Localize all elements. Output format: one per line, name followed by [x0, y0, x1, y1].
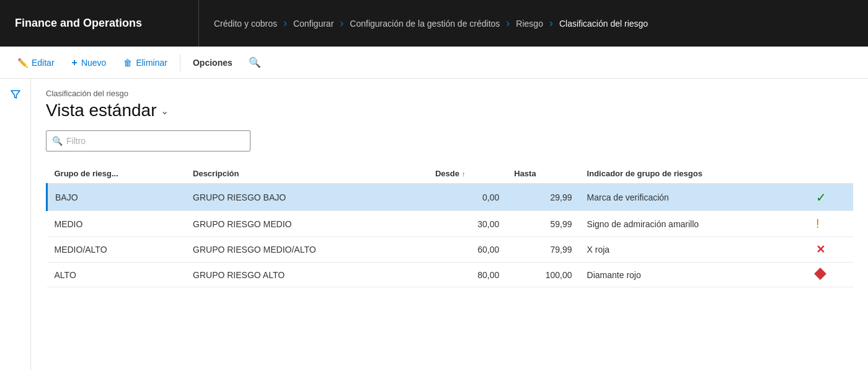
sort-icon: ↑ [462, 170, 466, 178]
col-icon-header [808, 164, 853, 184]
cell-grupo: MEDIO/ALTO [47, 237, 186, 263]
filter-input[interactable] [46, 130, 250, 151]
breadcrumb-item[interactable]: Configuración de la gestión de créditos [350, 19, 500, 29]
left-panel [0, 79, 31, 370]
cell-hasta: 79,99 [507, 237, 579, 263]
new-button[interactable]: + Nuevo [64, 53, 114, 72]
app-title-text: Finance and Operations [15, 17, 142, 30]
toolbar: ✏️ Editar + Nuevo 🗑 Eliminar Opciones 🔍 [0, 47, 868, 79]
x-icon: ✕ [816, 243, 825, 256]
breadcrumb: Crédito y cobros›Configurar›Configuració… [199, 17, 868, 30]
breadcrumb-separator: › [506, 17, 510, 30]
cell-desde: 80,00 [428, 263, 507, 287]
toolbar-divider [180, 54, 180, 71]
cell-icon: ✕ [808, 237, 853, 263]
cell-indicador: X roja [580, 237, 808, 263]
new-label: Nuevo [81, 58, 106, 68]
cell-hasta: 29,99 [507, 184, 579, 211]
cell-desde: 30,00 [428, 211, 507, 237]
page-subtitle: Clasificación del riesgo [46, 89, 853, 98]
view-chevron-icon[interactable]: ⌄ [161, 105, 169, 117]
main-panel: Clasificación del riesgo Vista estándar … [31, 79, 868, 370]
trash-icon: 🗑 [123, 58, 132, 68]
cell-descripcion: GRUPO RIESGO MEDIO/ALTO [185, 237, 428, 263]
breadcrumb-separator: › [549, 17, 553, 30]
app-title: Finance and Operations [0, 0, 199, 47]
cell-desde: 60,00 [428, 237, 507, 263]
edit-label: Editar [32, 58, 55, 68]
diamond-icon [814, 268, 826, 280]
cell-icon [808, 263, 853, 287]
page-title-text: Vista estándar [46, 101, 157, 120]
cell-descripcion: GRUPO RIESGO ALTO [185, 263, 428, 287]
filter-icon[interactable] [10, 89, 21, 370]
delete-button[interactable]: 🗑 Eliminar [116, 54, 175, 71]
table-row[interactable]: ALTOGRUPO RIESGO ALTO80,00100,00Diamante… [47, 263, 854, 287]
breadcrumb-separator: › [283, 17, 287, 30]
col-indicador: Indicador de grupo de riesgos [580, 164, 808, 184]
top-bar: Finance and Operations Crédito y cobros›… [0, 0, 868, 47]
cell-desde: 0,00 [428, 184, 507, 211]
plus-icon: + [72, 57, 78, 68]
breadcrumb-item[interactable]: Configurar [293, 19, 334, 29]
cell-descripcion: GRUPO RIESGO MEDIO [185, 211, 428, 237]
cell-hasta: 100,00 [507, 263, 579, 287]
cell-indicador: Diamante rojo [580, 263, 808, 287]
cell-icon: ! [808, 211, 853, 237]
cell-indicador: Marca de verificación [580, 184, 808, 211]
cell-descripcion: GRUPO RIESGO BAJO [185, 184, 428, 211]
breadcrumb-separator: › [340, 17, 343, 30]
cell-indicador: Signo de admiración amarillo [580, 211, 808, 237]
table-header-row: Grupo de riesg... Descripción Desde ↑ Ha… [47, 164, 854, 184]
edit-button[interactable]: ✏️ Editar [10, 54, 62, 71]
delete-label: Eliminar [136, 58, 167, 68]
data-table: Grupo de riesg... Descripción Desde ↑ Ha… [46, 164, 853, 287]
edit-icon: ✏️ [17, 58, 28, 68]
cell-grupo: MEDIO [47, 211, 186, 237]
filter-input-wrap: 🔍 [46, 130, 250, 151]
col-grupo: Grupo de riesg... [47, 164, 186, 184]
cell-grupo: ALTO [47, 263, 186, 287]
content-area: Clasificación del riesgo Vista estándar … [0, 79, 868, 370]
cell-grupo: BAJO [47, 184, 186, 211]
exclamation-icon: ! [816, 217, 820, 230]
table-row[interactable]: MEDIO/ALTOGRUPO RIESGO MEDIO/ALTO60,0079… [47, 237, 854, 263]
filter-search-icon: 🔍 [52, 136, 63, 146]
col-desde[interactable]: Desde ↑ [428, 164, 507, 184]
table-row[interactable]: MEDIOGRUPO RIESGO MEDIO30,0059,99Signo d… [47, 211, 854, 237]
options-label[interactable]: Opciones [185, 54, 240, 71]
col-descripcion: Descripción [185, 164, 428, 184]
cell-icon: ✓ [808, 184, 853, 211]
cell-hasta: 59,99 [507, 211, 579, 237]
page-title: Vista estándar ⌄ [46, 101, 853, 120]
breadcrumb-item[interactable]: Crédito y cobros [214, 19, 277, 29]
search-icon[interactable]: 🔍 [242, 53, 267, 72]
breadcrumb-item[interactable]: Riesgo [516, 19, 543, 29]
col-hasta: Hasta [507, 164, 579, 184]
checkmark-icon: ✓ [816, 191, 826, 204]
breadcrumb-item: Clasificación del riesgo [559, 19, 648, 29]
table-row[interactable]: BAJOGRUPO RIESGO BAJO0,0029,99Marca de v… [47, 184, 854, 211]
